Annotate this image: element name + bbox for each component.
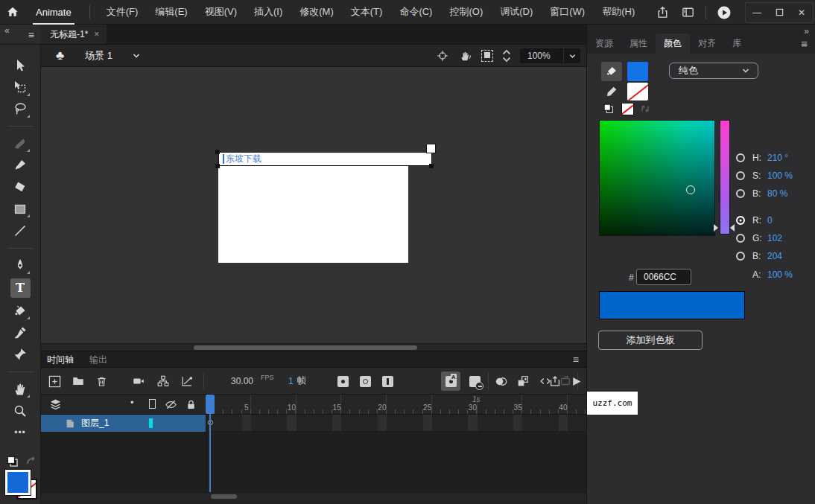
tab-align[interactable]: 对齐 <box>690 34 724 54</box>
app-name-tab[interactable]: Animate <box>25 0 82 25</box>
swap-colors-button[interactable] <box>639 103 651 115</box>
saturation-value[interactable]: 100 % <box>767 170 793 181</box>
red-radio[interactable] <box>736 216 745 225</box>
fill-color-swatch[interactable] <box>627 62 648 81</box>
canvas-horizontal-scrollbar[interactable] <box>41 343 586 351</box>
export-animation-button[interactable] <box>548 374 562 389</box>
remove-frames-button[interactable] <box>467 374 482 389</box>
hue-slider-handle-left[interactable] <box>714 224 718 232</box>
saturation-radio[interactable] <box>736 171 745 180</box>
collapse-panel-icon[interactable]: « <box>4 25 10 36</box>
outline-column-icon[interactable] <box>149 399 156 409</box>
fluid-brush-tool[interactable] <box>11 135 29 152</box>
color-picker-marker[interactable] <box>686 185 695 194</box>
highlight-column-icon[interactable]: • <box>130 397 134 408</box>
zoom-tool[interactable] <box>11 402 29 419</box>
stage-text-box[interactable]: 东坡下载 <box>218 152 432 166</box>
layer-name[interactable]: 图层_1 <box>81 417 109 430</box>
stage-text[interactable]: 东坡下载 <box>226 153 261 165</box>
test-movie-button[interactable] <box>714 2 735 23</box>
brush-tool[interactable] <box>11 156 29 173</box>
lock-column-icon[interactable] <box>185 398 197 411</box>
menu-item-text[interactable]: 文本(T) <box>351 5 383 19</box>
close-button[interactable]: ✕ <box>790 4 813 22</box>
tab-output[interactable]: 输出 <box>89 351 107 368</box>
auto-keyframe-toggle[interactable]: A <box>441 371 460 391</box>
menu-item-commands[interactable]: 命令(C) <box>399 5 432 19</box>
edit-multiple-frames-button[interactable] <box>516 374 530 389</box>
blue-value[interactable]: 204 <box>767 251 782 261</box>
selection-tool[interactable] <box>11 57 29 74</box>
rotate-view-icon[interactable] <box>458 49 472 63</box>
hue-value[interactable]: 210 ° <box>767 153 788 163</box>
color-panel-menu-icon[interactable]: ≡ <box>801 37 808 50</box>
zoom-stepper[interactable] <box>502 49 511 63</box>
hue-radio[interactable] <box>736 153 745 162</box>
playhead[interactable] <box>206 395 215 414</box>
line-tool[interactable] <box>11 222 29 239</box>
textbox-resize-handle[interactable] <box>426 144 436 153</box>
visibility-column-icon[interactable] <box>164 398 178 412</box>
insert-blank-keyframe-button[interactable] <box>358 374 372 389</box>
menu-item-window[interactable]: 窗口(W) <box>550 5 585 19</box>
brightness-radio[interactable] <box>736 189 745 198</box>
menu-item-file[interactable]: 文件(F) <box>107 5 139 19</box>
black-white-button[interactable] <box>603 103 615 115</box>
timeline-panel-menu-icon[interactable]: ≡ <box>573 354 579 366</box>
lasso-tool[interactable] <box>11 101 29 118</box>
color-type-dropdown[interactable]: 纯色 <box>669 63 758 79</box>
stroke-color-mode-button[interactable] <box>603 83 620 100</box>
timeline-horizontal-scrollbar[interactable] <box>41 492 586 500</box>
fps-value[interactable]: 30.00 <box>231 376 253 386</box>
green-value[interactable]: 102 <box>767 233 782 243</box>
textbox-handle-bottom-left[interactable] <box>215 164 220 168</box>
layer-frames-row[interactable] <box>206 415 586 432</box>
home-button[interactable] <box>0 0 25 25</box>
document-tab[interactable]: 无标题-1* × <box>41 25 107 44</box>
camera-button[interactable] <box>131 374 146 389</box>
brightness-value[interactable]: 80 % <box>767 188 787 199</box>
stroke-color-swatch[interactable] <box>627 83 648 101</box>
layer-parenting-button[interactable] <box>156 374 171 389</box>
saturation-brightness-picker[interactable] <box>599 120 715 236</box>
menu-item-control[interactable]: 控制(O) <box>449 5 483 19</box>
onion-skin-button[interactable] <box>493 374 508 389</box>
share-button[interactable] <box>652 2 673 23</box>
textbox-handle-top-left[interactable] <box>215 150 220 154</box>
textbox-handle-bottom-right[interactable] <box>429 164 434 168</box>
alpha-value[interactable]: 100 % <box>767 269 793 280</box>
insert-frame-button[interactable] <box>380 374 395 389</box>
menu-item-debug[interactable]: 调试(D) <box>500 5 533 19</box>
zoom-level-input[interactable]: 100% <box>520 48 563 63</box>
red-value[interactable]: 0 <box>767 215 773 226</box>
layer-row[interactable]: 图层_1 <box>41 415 206 432</box>
new-folder-button[interactable] <box>71 374 86 389</box>
menu-item-help[interactable]: 帮助(H) <box>602 5 635 19</box>
blue-radio[interactable] <box>736 252 745 261</box>
scene-name[interactable]: 场景 1 <box>85 49 112 63</box>
eraser-tool[interactable] <box>11 179 29 196</box>
paint-bucket-tool[interactable] <box>11 302 29 319</box>
no-color-button[interactable] <box>621 103 634 115</box>
timeline-ruler[interactable]: 1s 510152025303540 <box>206 395 586 415</box>
default-colors-icon[interactable] <box>6 455 19 468</box>
tab-timeline[interactable]: 时间轴 <box>47 351 74 368</box>
graph-editor-button[interactable] <box>180 374 194 389</box>
center-stage-icon[interactable] <box>436 49 449 63</box>
workspace-button[interactable] <box>677 2 698 23</box>
color-preview-swatch[interactable] <box>599 291 745 319</box>
green-radio[interactable] <box>736 234 745 243</box>
pen-tool[interactable] <box>11 257 29 274</box>
hand-tool[interactable] <box>11 380 29 398</box>
hue-slider-handle-right[interactable] <box>730 224 735 232</box>
canvas-hscroll-thumb[interactable] <box>194 345 417 350</box>
timeline-hscroll-thumb[interactable] <box>211 494 237 499</box>
menu-item-view[interactable]: 视图(V) <box>205 5 237 19</box>
tab-color[interactable]: 颜色 <box>656 34 690 54</box>
minimize-button[interactable]: — <box>746 4 768 22</box>
asset-warp-tool[interactable] <box>11 346 29 363</box>
insert-keyframe-button[interactable] <box>335 374 350 389</box>
fill-color-swatch[interactable] <box>5 470 31 495</box>
swap-colors-icon[interactable] <box>25 455 38 468</box>
clip-content-icon[interactable] <box>481 50 493 62</box>
